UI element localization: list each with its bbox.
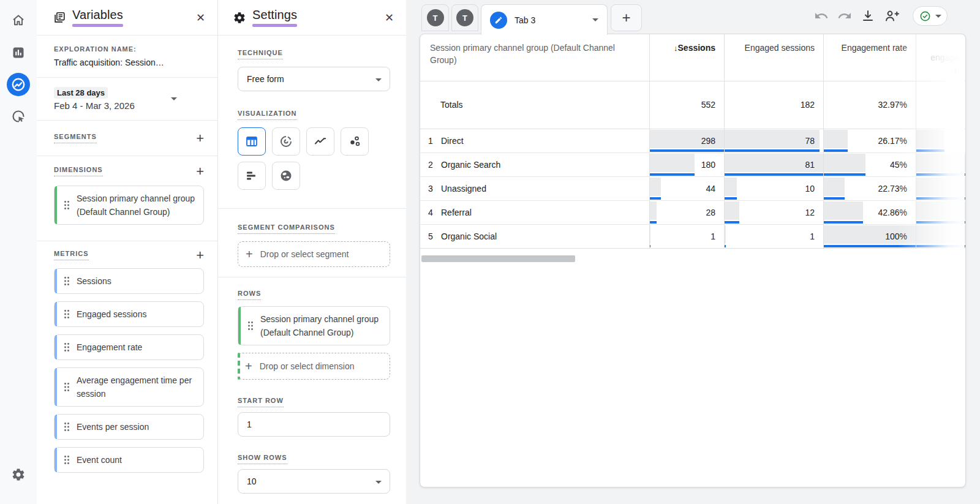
home-icon[interactable] bbox=[11, 13, 26, 28]
metric-chip[interactable]: Average engagement time per session bbox=[54, 367, 204, 407]
drag-handle-icon[interactable] bbox=[64, 276, 70, 286]
add-tab-button[interactable]: + bbox=[611, 4, 642, 31]
viz-bar-button[interactable] bbox=[238, 162, 266, 190]
settings-panel-icon bbox=[233, 11, 246, 24]
status-saved-dropdown[interactable] bbox=[913, 6, 948, 26]
close-settings-icon[interactable]: ✕ bbox=[385, 12, 394, 23]
metric-chip[interactable]: Events per session bbox=[54, 414, 204, 440]
viz-scatter-button[interactable] bbox=[341, 127, 369, 156]
metric-chip-label: Event count bbox=[77, 455, 122, 465]
rows-dimension-chip[interactable]: Session primary channel group (Default C… bbox=[238, 306, 390, 345]
plus-icon: + bbox=[246, 247, 253, 261]
freeform-table-card: Session primary channel group (Default C… bbox=[420, 34, 966, 487]
rows-label: ROWS bbox=[238, 290, 261, 300]
row-rank: 1 bbox=[428, 129, 441, 152]
column-header-dimension[interactable]: Session primary channel group (Default C… bbox=[420, 34, 649, 81]
cell-rate: 45% bbox=[890, 160, 907, 170]
metric-accent bbox=[55, 415, 57, 439]
technique-select[interactable]: Free form bbox=[238, 67, 390, 91]
dimension-accent bbox=[55, 186, 57, 224]
drag-handle-icon[interactable] bbox=[64, 382, 70, 392]
technique-visualization-section: TECHNIQUE Free form VISUALIZATION bbox=[218, 36, 406, 209]
advertising-icon[interactable] bbox=[10, 108, 26, 124]
dimension-drop-text: Drop or select dimension bbox=[260, 361, 355, 371]
drag-handle-icon[interactable] bbox=[64, 200, 70, 210]
dimensions-label: DIMENSIONS bbox=[54, 166, 103, 176]
reports-icon[interactable] bbox=[11, 45, 26, 60]
cell-rate: 100% bbox=[885, 231, 907, 241]
tab-3-active[interactable]: Tab 3 bbox=[481, 4, 608, 35]
row-channel: Unassigned bbox=[441, 177, 486, 200]
metric-chip-label: Engagement rate bbox=[77, 342, 142, 352]
exploration-name-value[interactable]: Traffic acquisition: Session… bbox=[54, 58, 204, 67]
horizontal-scrollbar-thumb[interactable] bbox=[421, 255, 575, 262]
cell-sessions: 28 bbox=[706, 208, 715, 217]
column-header-clipped[interactable]: engage p bbox=[916, 34, 965, 81]
close-variables-icon[interactable]: ✕ bbox=[196, 12, 205, 23]
share-add-user-button[interactable] bbox=[884, 9, 900, 23]
row-channel: Organic Search bbox=[441, 153, 500, 176]
date-range-selector[interactable]: Last 28 days Feb 4 - Mar 3, 2026 bbox=[37, 78, 217, 121]
gear-icon[interactable] bbox=[11, 467, 26, 482]
plus-icon: + bbox=[622, 9, 630, 26]
show-rows-label: SHOW ROWS bbox=[238, 454, 287, 464]
segments-label: SEGMENTS bbox=[54, 133, 97, 143]
viz-geo-map-button[interactable] bbox=[272, 162, 300, 190]
start-row-value: 1 bbox=[247, 419, 252, 429]
variables-icon bbox=[53, 11, 66, 24]
chevron-down-icon bbox=[171, 97, 177, 100]
row-rank: 4 bbox=[428, 201, 441, 224]
plus-icon: + bbox=[245, 359, 252, 374]
drag-handle-icon[interactable] bbox=[247, 321, 254, 331]
segment-drop-zone[interactable]: + Drop or select segment bbox=[238, 241, 390, 267]
viz-donut-button[interactable] bbox=[272, 127, 300, 156]
show-rows-value: 10 bbox=[247, 476, 257, 486]
settings-panel: Settings ✕ TECHNIQUE Free form VISUALIZA… bbox=[218, 0, 406, 504]
column-header-engaged-sessions[interactable]: Engaged sessions bbox=[724, 34, 823, 81]
chevron-down-icon bbox=[375, 481, 382, 484]
metric-chip[interactable]: Engaged sessions bbox=[54, 301, 204, 327]
metric-accent bbox=[55, 448, 57, 472]
add-metric-button[interactable]: + bbox=[196, 250, 204, 261]
tab-2[interactable]: T bbox=[451, 4, 478, 31]
viz-line-button[interactable] bbox=[306, 127, 334, 156]
tab-chevron-down-icon[interactable] bbox=[592, 18, 598, 21]
metric-chip[interactable]: Event count bbox=[54, 447, 204, 473]
start-row-input[interactable]: 1 bbox=[238, 412, 390, 437]
metric-accent bbox=[55, 368, 57, 406]
add-segment-button[interactable]: + bbox=[196, 133, 204, 144]
cell-engaged: 78 bbox=[805, 136, 815, 146]
segment-comparisons-section: SEGMENT COMPARISONS + Drop or select seg… bbox=[218, 209, 406, 277]
metrics-section: METRICS + Sessions Engaged sessions Enga… bbox=[37, 241, 217, 473]
explore-icon-active[interactable] bbox=[7, 73, 30, 96]
redo-button[interactable] bbox=[837, 9, 852, 23]
column-header-sessions-sorted[interactable]: ↓Sessions bbox=[649, 34, 724, 81]
table-header-row: Session primary channel group (Default C… bbox=[420, 34, 965, 81]
cell-sessions: 1 bbox=[710, 231, 715, 241]
drag-handle-icon[interactable] bbox=[64, 455, 70, 465]
tab-1[interactable]: T bbox=[421, 4, 449, 31]
row-channel: Direct bbox=[441, 129, 464, 152]
metric-chip[interactable]: Sessions bbox=[54, 268, 204, 294]
metric-chip[interactable]: Engagement rate bbox=[54, 334, 204, 360]
segment-drop-text: Drop or select segment bbox=[260, 249, 349, 259]
show-rows-select[interactable]: 10 bbox=[238, 469, 390, 494]
dimensions-section: DIMENSIONS + Session primary channel gro… bbox=[37, 156, 217, 241]
row-channel: Organic Social bbox=[441, 225, 497, 248]
undo-button[interactable] bbox=[814, 9, 829, 23]
dimension-chip[interactable]: Session primary channel group (Default C… bbox=[54, 186, 204, 225]
download-button[interactable] bbox=[861, 9, 875, 23]
drag-handle-icon[interactable] bbox=[64, 342, 70, 352]
row-rank: 3 bbox=[428, 177, 441, 200]
dimension-drop-zone[interactable]: + Drop or select dimension bbox=[238, 353, 390, 380]
cell-engaged: 81 bbox=[805, 160, 815, 170]
chevron-down-icon bbox=[935, 15, 941, 18]
drag-handle-icon[interactable] bbox=[64, 309, 70, 319]
table-row: 2Organic Search 180 81 45% bbox=[420, 153, 965, 177]
viz-table-button[interactable] bbox=[238, 127, 266, 156]
drag-handle-icon[interactable] bbox=[64, 422, 70, 432]
cell-engaged: 1 bbox=[810, 231, 815, 241]
add-dimension-button[interactable]: + bbox=[196, 166, 204, 177]
column-header-engagement-rate[interactable]: Engagement rate bbox=[823, 34, 916, 81]
table-row: 5Organic Social 1 1 100% bbox=[420, 225, 965, 249]
